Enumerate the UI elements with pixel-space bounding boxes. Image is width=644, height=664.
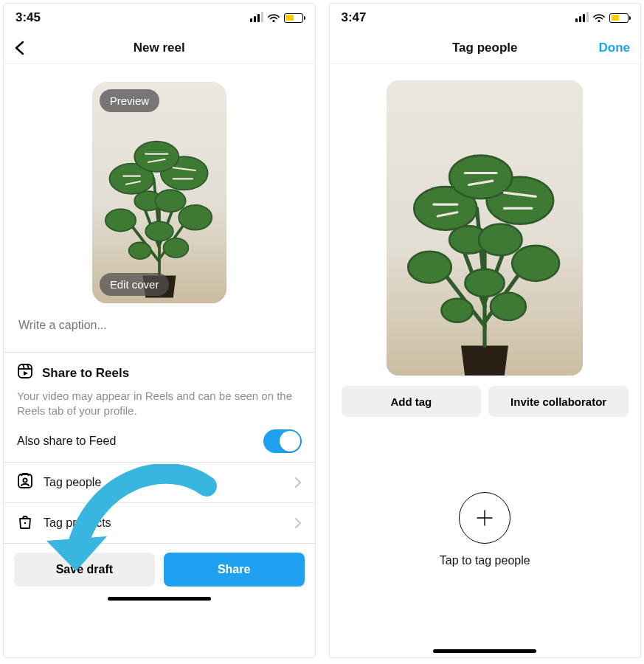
thumbnail-image — [92, 82, 226, 303]
status-bar: 3:45 — [4, 4, 315, 32]
tag-actions-row: Add tag Invite collaborator — [330, 386, 641, 417]
nav-bar: New reel — [4, 32, 315, 64]
reels-icon — [17, 363, 33, 383]
tag-people-label: Tag people — [44, 476, 284, 489]
home-indicator[interactable] — [108, 597, 211, 601]
reel-thumbnail[interactable]: Preview Edit cover — [92, 82, 226, 303]
home-indicator[interactable] — [433, 649, 536, 653]
add-tag-button[interactable]: Add tag — [342, 386, 482, 417]
preview-button[interactable]: Preview — [100, 89, 159, 112]
tag-products-row[interactable]: Tag products — [4, 503, 315, 544]
status-indicators — [250, 13, 303, 23]
bottom-actions: Save draft Share — [4, 544, 315, 589]
tag-people-icon — [17, 473, 33, 492]
share-to-reels-title: Share to Reels — [42, 366, 129, 381]
status-indicators — [575, 13, 629, 23]
caption-section — [4, 314, 315, 353]
caption-input[interactable] — [17, 318, 302, 333]
cell-signal-icon — [575, 13, 589, 22]
nav-title: Tag people — [330, 41, 641, 55]
also-share-feed-label: Also share to Feed — [17, 435, 116, 448]
nav-title: New reel — [4, 41, 315, 55]
tag-products-icon — [17, 513, 33, 533]
tag-people-row[interactable]: Tag people — [4, 463, 315, 503]
save-draft-button[interactable]: Save draft — [14, 553, 155, 587]
battery-icon — [284, 13, 303, 23]
invite-collaborator-button[interactable]: Invite collaborator — [488, 386, 629, 417]
nav-bar: Tag people Done — [330, 32, 641, 64]
tag-people-screen: 3:47 Tag people Done Add tag Invite coll… — [329, 3, 642, 658]
edit-cover-button[interactable]: Edit cover — [100, 273, 170, 296]
tap-to-tag-zone[interactable]: Tap to tag people — [330, 417, 641, 642]
wifi-icon — [268, 13, 280, 23]
chevron-right-icon — [294, 477, 302, 488]
media-preview[interactable] — [387, 80, 583, 376]
battery-icon — [609, 13, 629, 23]
cell-signal-icon — [250, 13, 263, 22]
wifi-icon — [593, 13, 605, 23]
status-time: 3:47 — [342, 10, 367, 25]
new-reel-screen: 3:45 New reel Preview Edit cover Share t… — [3, 3, 316, 658]
media-image — [387, 80, 583, 376]
tap-to-tag-label: Tap to tag people — [440, 554, 530, 567]
status-bar: 3:47 — [330, 4, 641, 32]
share-button[interactable]: Share — [164, 553, 305, 587]
share-to-reels-section: Share to Reels Your video may appear in … — [4, 353, 315, 463]
also-share-feed-toggle[interactable] — [263, 429, 302, 453]
plus-icon — [459, 492, 510, 544]
status-time: 3:45 — [15, 10, 41, 25]
tag-products-label: Tag products — [44, 516, 284, 530]
chevron-right-icon — [294, 517, 302, 529]
share-to-reels-subtitle: Your video may appear in Reels and can b… — [17, 389, 302, 419]
